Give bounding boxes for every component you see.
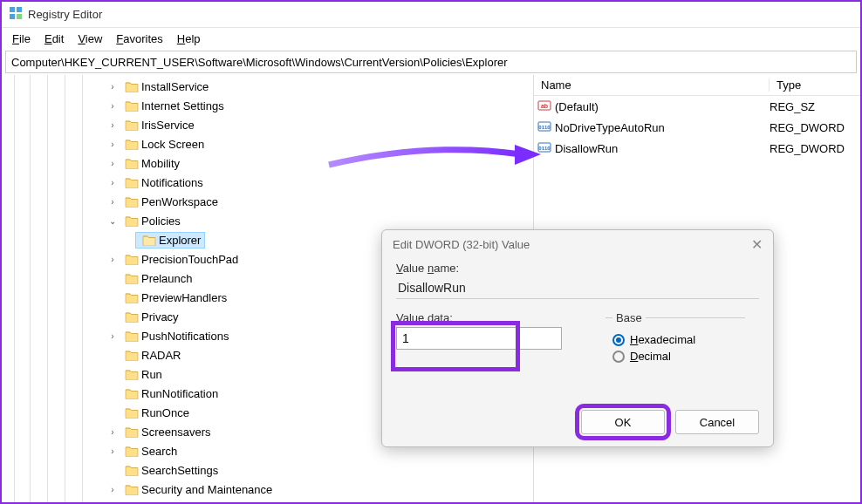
value-name: (Default): [555, 100, 599, 113]
value-data-label: Value data:: [396, 311, 571, 324]
value-name-field[interactable]: DisallowRun: [396, 277, 759, 299]
expander-icon[interactable]: [106, 370, 119, 379]
tree-label: Search: [141, 445, 177, 458]
edit-dword-dialog: Edit DWORD (32-bit) Value ✕ Value name: …: [381, 229, 774, 447]
svg-rect-1: [17, 7, 22, 12]
svg-text:0110: 0110: [538, 125, 551, 130]
base-legend: Base: [612, 311, 646, 324]
radio-hexadecimal[interactable]: Hexadecimal: [612, 333, 745, 346]
tree-node[interactable]: ›InstallService: [106, 77, 533, 96]
tree-label: PushNotifications: [141, 330, 229, 343]
menu-edit[interactable]: Edit: [38, 31, 71, 47]
column-name[interactable]: Name: [534, 78, 770, 92]
expander-icon[interactable]: [106, 466, 119, 475]
tree-node[interactable]: ›Security and Maintenance: [106, 480, 533, 499]
tree-node[interactable]: ›Notifications: [106, 173, 533, 192]
folder-icon: [125, 310, 139, 323]
tree-label: SearchSettings: [141, 464, 218, 477]
folder-icon: [125, 119, 139, 131]
expander-icon[interactable]: [106, 408, 119, 418]
tree-label: RADAR: [141, 349, 181, 362]
column-type[interactable]: Type: [770, 78, 860, 92]
value-icon: 0110: [537, 140, 551, 157]
tree-node[interactable]: ›IrisService: [106, 115, 533, 134]
expander-icon[interactable]: ›: [106, 82, 119, 92]
expander-icon[interactable]: ›: [106, 140, 119, 149]
close-icon[interactable]: ✕: [751, 236, 763, 253]
folder-icon: [125, 272, 139, 284]
radio-decimal[interactable]: Decimal: [612, 350, 745, 363]
regedit-icon: [9, 6, 23, 23]
titlebar: Registry Editor: [2, 2, 860, 28]
value-data-input[interactable]: [396, 327, 562, 350]
expander-icon[interactable]: [106, 312, 119, 322]
address-bar[interactable]: Computer\HKEY_CURRENT_USER\Software\Micr…: [5, 51, 857, 73]
expander-icon[interactable]: [124, 235, 136, 245]
folder-icon: [125, 195, 139, 208]
svg-text:0110: 0110: [538, 146, 551, 151]
tree-node[interactable]: ›Internet Settings: [106, 96, 533, 115]
expander-icon[interactable]: ›: [106, 197, 119, 207]
tree-label: Internet Settings: [141, 99, 224, 112]
folder-icon: [125, 330, 139, 342]
tree-node[interactable]: ›Mobility: [106, 153, 533, 173]
tree-label: Notifications: [141, 176, 203, 189]
expander-icon[interactable]: [106, 293, 119, 303]
tree-node[interactable]: SearchSettings: [106, 460, 533, 480]
base-groupbox: Base Hexadecimal Decimal: [605, 311, 745, 366]
tree-label: Screensavers: [141, 426, 210, 439]
folder-icon: [125, 464, 139, 476]
expander-icon[interactable]: ›: [106, 178, 119, 187]
folder-icon: [125, 138, 139, 150]
ok-button[interactable]: OK: [581, 410, 665, 434]
expander-icon[interactable]: ›: [106, 485, 119, 494]
expander-icon[interactable]: [106, 274, 119, 283]
folder-icon: [125, 157, 139, 169]
menu-help[interactable]: Help: [170, 31, 208, 47]
svg-text:ab: ab: [541, 103, 548, 109]
menu-view[interactable]: View: [71, 31, 109, 47]
folder-icon: [125, 406, 139, 419]
folder-icon: [125, 253, 139, 265]
list-row[interactable]: ab(Default)REG_SZ: [534, 96, 860, 117]
svg-rect-2: [10, 14, 15, 19]
expander-icon[interactable]: [106, 351, 119, 360]
expander-icon[interactable]: ›: [106, 255, 119, 264]
tree-label: Lock Screen: [141, 138, 204, 151]
folder-icon: [125, 368, 139, 380]
tree-node[interactable]: ›Lock Screen: [106, 134, 533, 153]
tree-label: IrisService: [141, 119, 195, 132]
folder-icon: [125, 387, 139, 399]
value-name: DisallowRun: [555, 142, 618, 155]
expander-icon[interactable]: ›: [106, 101, 119, 111]
expander-icon[interactable]: ⌄: [106, 216, 119, 226]
menu-favorites[interactable]: Favorites: [109, 31, 169, 47]
cancel-button[interactable]: Cancel: [675, 410, 759, 434]
tree-label: Privacy: [141, 310, 179, 324]
radio-off-icon: [612, 351, 625, 363]
tree-label: Mobility: [141, 157, 180, 170]
folder-icon: [125, 99, 139, 112]
radio-on-icon: [612, 334, 625, 346]
folder-icon: [125, 176, 139, 188]
folder-icon: [125, 349, 139, 361]
tree-label: Run: [141, 368, 162, 381]
folder-icon: [125, 483, 139, 495]
tree-node[interactable]: ⌄Policies: [106, 211, 533, 230]
value-type: REG_DWORD: [770, 121, 860, 134]
address-path: Computer\HKEY_CURRENT_USER\Software\Micr…: [11, 56, 508, 69]
expander-icon[interactable]: ›: [106, 446, 119, 456]
tree-label: RunNotification: [141, 387, 218, 400]
expander-icon[interactable]: ›: [106, 427, 119, 437]
menu-file[interactable]: File: [5, 31, 38, 47]
expander-icon[interactable]: [106, 389, 119, 398]
list-row[interactable]: 0110DisallowRunREG_DWORD: [534, 138, 860, 159]
list-row[interactable]: 0110NoDriveTypeAutoRunREG_DWORD: [534, 117, 860, 138]
folder-icon: [125, 291, 139, 303]
app-title: Registry Editor: [28, 8, 102, 21]
expander-icon[interactable]: ›: [106, 331, 119, 341]
expander-icon[interactable]: ›: [106, 159, 119, 168]
tree-label: RunOnce: [141, 406, 189, 419]
tree-node[interactable]: ›PenWorkspace: [106, 192, 533, 211]
expander-icon[interactable]: ›: [106, 120, 119, 130]
